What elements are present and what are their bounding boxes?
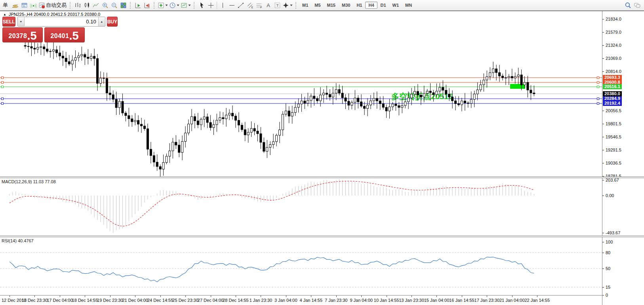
time-tick-label: 16 Jan 14:55 xyxy=(449,298,474,303)
macd-indicator-label: MACD(12,26,9) 11.03 77.08 xyxy=(2,179,56,184)
tf-button-m5[interactable]: M5 xyxy=(311,2,324,9)
chat-icon xyxy=(634,2,640,9)
time-tick-label: 19 Dec 23:30 xyxy=(97,298,123,303)
price-scale[interactable]: 21834.021579.021324.021069.020814.020056… xyxy=(602,11,644,305)
new-order-gold-icon[interactable] xyxy=(11,0,20,10)
top-toolbar: 单 自动交易 xyxy=(0,0,644,11)
scale-tick-mark xyxy=(602,150,604,150)
scale-tick-label: 21579.0 xyxy=(606,30,621,35)
volume-input[interactable] xyxy=(25,17,98,26)
scale-tick-label: -493.67 xyxy=(606,230,620,235)
zoom-out-button[interactable] xyxy=(110,0,119,10)
autotrading-icon xyxy=(38,2,45,9)
tf-button-mn[interactable]: MN xyxy=(402,2,415,9)
one-click-collapse-toggle[interactable]: ▲ xyxy=(3,13,6,16)
time-tick-label: 9 Jan 04:00 xyxy=(350,298,373,303)
time-tick-label: 13 Jan 23:30 xyxy=(399,298,424,303)
search-button[interactable] xyxy=(623,0,633,10)
chat-button[interactable] xyxy=(633,0,642,10)
scale-tick-label: 21324.0 xyxy=(606,43,621,48)
indicators-button[interactable] xyxy=(157,0,169,10)
scale-tick-label: 0 xyxy=(606,293,608,297)
toolbar-grip xyxy=(154,2,156,9)
panel-splitter[interactable] xyxy=(0,176,644,178)
candlestick-mode-button[interactable] xyxy=(82,0,91,10)
arrows-tool-button[interactable] xyxy=(282,0,293,10)
sell-price[interactable]: 20378.5 xyxy=(2,27,43,42)
price-line-chip[interactable]: 20192.4 xyxy=(603,101,622,106)
buy-price-main: 20401 xyxy=(50,33,69,40)
buy-button[interactable]: BUY xyxy=(107,17,118,27)
time-tick-mark xyxy=(462,295,462,297)
scale-tick-mark xyxy=(602,233,604,233)
tf-button-m15[interactable]: M15 xyxy=(324,2,339,9)
signal-icon[interactable] xyxy=(29,0,38,10)
fibonacci-tool-button[interactable]: F xyxy=(255,0,264,10)
time-tick-label: 17 Dec 04:00 xyxy=(47,298,72,303)
tile-windows-button[interactable] xyxy=(119,0,128,10)
zoom-in-button[interactable] xyxy=(101,0,110,10)
rsi-panel-chart[interactable] xyxy=(0,237,602,295)
fibo-glyph: F xyxy=(260,6,262,9)
autotrading-button[interactable]: 自动交易 xyxy=(38,0,68,10)
text-label-tool-button[interactable]: T xyxy=(273,0,282,10)
time-tick-label: 27 Dec 04:00 xyxy=(198,298,223,303)
sell-button[interactable]: SELL xyxy=(2,17,15,27)
scale-tick-label: 20814.0 xyxy=(606,69,621,74)
volume-decrease-button[interactable]: ▼ xyxy=(18,17,25,26)
time-tick-mark xyxy=(286,295,286,297)
equidistant-channel-tool-button[interactable]: E xyxy=(246,0,255,10)
time-tick-label: 3 Jan 04:00 xyxy=(274,298,297,303)
vertical-line-tool-button[interactable] xyxy=(218,0,227,10)
time-tick-mark xyxy=(185,295,186,297)
time-tick-label: 13 Dec 23:30 xyxy=(22,298,48,303)
price-line-chip[interactable]: 20516.1 xyxy=(603,84,622,89)
periods-button[interactable] xyxy=(169,0,180,10)
trendline-tool-button[interactable] xyxy=(236,0,246,10)
chevron-down-icon xyxy=(290,4,293,7)
time-tick-label: 21 Dec 04:00 xyxy=(122,298,148,303)
new-order-button[interactable]: 单 xyxy=(0,0,11,10)
tf-button-m30[interactable]: M30 xyxy=(339,2,353,9)
scale-tick-label: 15 xyxy=(606,285,610,290)
horizontal-line-tool-button[interactable] xyxy=(227,0,236,10)
tf-button-h1[interactable]: H1 xyxy=(353,2,365,9)
panel-splitter[interactable] xyxy=(0,236,644,237)
time-tick-mark xyxy=(34,295,35,297)
scale-tick-mark xyxy=(602,111,604,111)
time-axis[interactable]: 12 Dec 201813 Dec 23:3017 Dec 04:0018 De… xyxy=(0,295,644,305)
sell-price-main: 20378 xyxy=(8,33,27,40)
chart-symbol-info: ▲ JPN225-,H4 20400.0 20412.5 20317.5 203… xyxy=(3,12,100,17)
scale-tick-mark xyxy=(602,269,604,269)
line-chart-mode-button[interactable] xyxy=(91,0,101,10)
volume-increase-button[interactable]: ▲ xyxy=(98,17,105,26)
time-tick-label: 18 Dec 14:55 xyxy=(72,298,98,303)
time-tick-label: 17 Jan 23:30 xyxy=(474,298,500,303)
crosshair-tool-button[interactable] xyxy=(206,0,215,10)
macd-panel-chart[interactable] xyxy=(0,178,602,236)
terminal-icon[interactable] xyxy=(20,0,29,10)
cursor-tool-button[interactable] xyxy=(197,0,206,10)
scale-tick-label: 50 xyxy=(606,266,610,271)
buy-price[interactable]: 20401.5 xyxy=(44,27,85,42)
bar-chart-mode-button[interactable] xyxy=(73,0,82,10)
templates-button[interactable] xyxy=(180,0,192,10)
time-tick-mark xyxy=(160,295,161,297)
scale-tick-mark xyxy=(602,287,604,288)
chart-shift-button[interactable] xyxy=(143,0,152,10)
text-tool-button[interactable]: A xyxy=(264,0,273,10)
scale-tick-label: 20056.5 xyxy=(606,108,621,113)
tf-button-d1[interactable]: D1 xyxy=(377,2,389,9)
tf-button-w1[interactable]: W1 xyxy=(389,2,402,9)
toolbar-grip xyxy=(70,2,72,9)
tf-button-m1[interactable]: M1 xyxy=(299,2,311,9)
price-line-chip[interactable]: 20380.0 xyxy=(603,91,622,96)
rsi-indicator-label: RSI(14) 40.4767 xyxy=(2,238,34,243)
tf-button-h4[interactable]: H4 xyxy=(365,2,377,9)
auto-scroll-button[interactable] xyxy=(133,0,143,10)
toolbar-grip xyxy=(295,2,297,9)
scale-tick-mark xyxy=(602,58,604,59)
time-tick-mark xyxy=(10,295,10,297)
main-price-chart[interactable]: 多空转折点20516 xyxy=(0,11,602,177)
time-tick-mark xyxy=(412,295,412,297)
